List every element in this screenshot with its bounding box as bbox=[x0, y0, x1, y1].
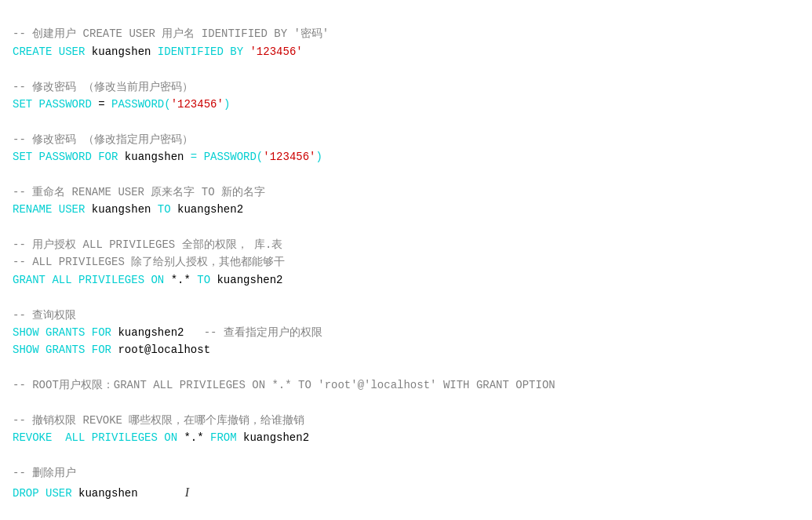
comment-text: -- 创建用户 CREATE USER 用户名 IDENTIFIED BY '密… bbox=[13, 27, 329, 40]
keyword-text: TO bbox=[158, 203, 177, 216]
comment-text: -- 查看指定用户的权限 bbox=[204, 326, 322, 339]
code-line: SET PASSWORD FOR kuangshen = PASSWORD('1… bbox=[13, 148, 799, 165]
identifier-text: root@localhost bbox=[118, 344, 210, 356]
identifier-text: kuangshen2 bbox=[177, 203, 243, 216]
code-line bbox=[13, 359, 799, 376]
keyword-text: FROM bbox=[210, 431, 243, 444]
code-line: -- ROOT用户权限：GRANT ALL PRIVILEGES ON *.* … bbox=[13, 376, 799, 394]
code-line bbox=[13, 60, 799, 78]
code-line: -- 修改密码 （修改当前用户密码） bbox=[13, 78, 799, 96]
identifier-text: kuangshen2 bbox=[217, 274, 282, 286]
code-line bbox=[13, 219, 799, 236]
code-line: REVOKE ALL PRIVILEGES ON *.* FROM kuangs… bbox=[13, 429, 799, 446]
code-line: SET PASSWORD = PASSWORD('123456') bbox=[13, 96, 799, 113]
keyword-text: SET PASSWORD bbox=[13, 98, 98, 111]
keyword-text: IDENTIFIED BY bbox=[158, 45, 250, 58]
comment-text: -- 重命名 RENAME USER 原来名字 TO 新的名字 bbox=[13, 186, 265, 198]
identifier-text: kuangshen bbox=[78, 487, 138, 500]
string-text: '123456' bbox=[263, 151, 315, 163]
comment-text: -- 修改密码 （修改指定用户密码） bbox=[13, 133, 193, 146]
comment-text: -- 用户授权 ALL PRIVILEGES 全部的权限， 库.表 bbox=[13, 238, 282, 251]
keyword-text: ) bbox=[316, 151, 322, 163]
identifier-text: kuangshen bbox=[92, 203, 158, 216]
code-line: -- 删除用户 bbox=[13, 464, 799, 482]
code-line bbox=[13, 166, 799, 184]
identifier-text: kuangshen2 bbox=[118, 326, 203, 339]
identifier-text: = bbox=[98, 98, 111, 111]
code-line: DROP USER kuangshenI bbox=[13, 482, 799, 503]
keyword-text: SHOW GRANTS FOR bbox=[13, 344, 118, 356]
keyword-text: PASSWORD( bbox=[204, 151, 264, 163]
string-text: '123456' bbox=[249, 45, 302, 58]
code-line bbox=[13, 113, 799, 130]
code-line: SHOW GRANTS FOR root@localhost bbox=[13, 341, 799, 358]
code-line bbox=[13, 447, 799, 464]
code-line: SHOW GRANTS FOR kuangshen2 -- 查看指定用户的权限 bbox=[13, 324, 799, 341]
keyword-text: DROP USER bbox=[13, 487, 78, 500]
keyword-text: REVOKE ALL PRIVILEGES ON bbox=[13, 431, 184, 444]
code-line: GRANT ALL PRIVILEGES ON *.* TO kuangshen… bbox=[13, 271, 799, 289]
comment-text: -- ROOT用户权限：GRANT ALL PRIVILEGES ON *.* … bbox=[13, 379, 555, 391]
keyword-text: PASSWORD( bbox=[111, 98, 171, 111]
text-cursor: I bbox=[185, 482, 189, 503]
comment-text: -- 撤销权限 REVOKE 哪些权限，在哪个库撤销，给谁撤销 bbox=[13, 414, 304, 427]
comment-text: -- ALL PRIVILEGES 除了给别人授权，其他都能够干 bbox=[13, 256, 285, 268]
keyword-text: ) bbox=[224, 98, 230, 111]
code-line: -- ALL PRIVILEGES 除了给别人授权，其他都能够干 bbox=[13, 253, 799, 271]
identifier-text: kuangshen bbox=[92, 45, 158, 58]
code-editor: -- 创建用户 CREATE USER 用户名 IDENTIFIED BY '密… bbox=[13, 8, 799, 502]
comment-text: -- 查询权限 bbox=[13, 309, 76, 322]
code-line: -- 查询权限 bbox=[13, 307, 799, 324]
code-line: -- 用户授权 ALL PRIVILEGES 全部的权限， 库.表 bbox=[13, 236, 799, 253]
identifier-text: *.* bbox=[171, 274, 198, 286]
keyword-text: GRANT ALL PRIVILEGES ON bbox=[13, 274, 171, 286]
code-line bbox=[13, 395, 799, 412]
keyword-text: CREATE USER bbox=[13, 45, 92, 58]
keyword-text: SET PASSWORD FOR bbox=[13, 151, 125, 163]
code-line: -- 撤销权限 REVOKE 哪些权限，在哪个库撤销，给谁撤销 bbox=[13, 412, 799, 429]
keyword-text: RENAME USER bbox=[13, 203, 92, 216]
code-line: -- 重命名 RENAME USER 原来名字 TO 新的名字 bbox=[13, 184, 799, 201]
string-text: '123456' bbox=[171, 98, 224, 111]
code-line: -- 创建用户 CREATE USER 用户名 IDENTIFIED BY '密… bbox=[13, 25, 799, 42]
identifier-text: kuangshen bbox=[125, 151, 191, 163]
comment-text: -- 修改密码 （修改当前用户密码） bbox=[13, 81, 193, 93]
code-line: -- 修改密码 （修改指定用户密码） bbox=[13, 131, 799, 148]
code-line: CREATE USER kuangshen IDENTIFIED BY '123… bbox=[13, 43, 799, 60]
identifier-text: *.* bbox=[184, 431, 210, 444]
comment-text: -- 删除用户 bbox=[13, 467, 76, 479]
keyword-text: SHOW GRANTS FOR bbox=[13, 326, 118, 339]
keyword-text: TO bbox=[197, 274, 217, 286]
identifier-text: kuangshen2 bbox=[243, 431, 309, 444]
code-line: RENAME USER kuangshen TO kuangshen2 bbox=[13, 201, 799, 218]
code-line bbox=[13, 289, 799, 306]
keyword-text: = bbox=[191, 151, 204, 163]
